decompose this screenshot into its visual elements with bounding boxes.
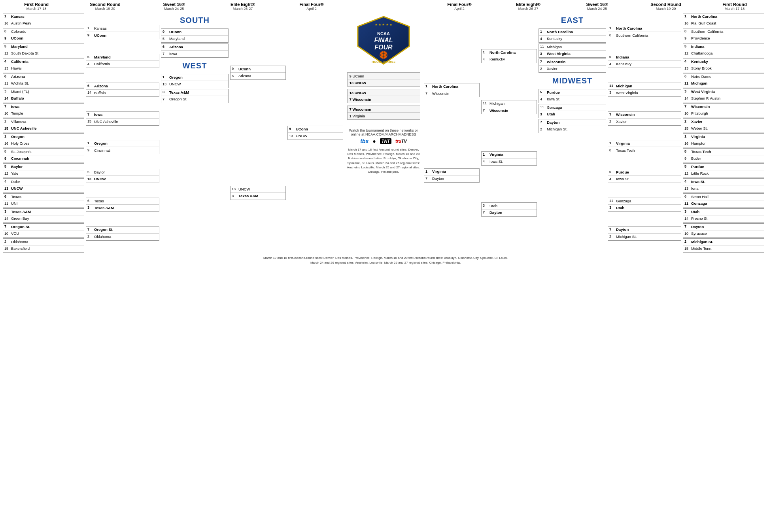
t-mr1-5-1: 6Seton Hall — [683, 194, 764, 200]
south-r1-m7: 7Iowa 10Temple — [3, 103, 84, 117]
t-er3-1-2: 4Kentucky — [539, 36, 606, 42]
round-header-r1-right: First Round March 17-18 — [700, 2, 769, 11]
t-wr2-2-1: 5Baylor — [86, 169, 159, 176]
west-r1-m4: 4Duke 13UNCW — [3, 178, 84, 192]
east-r1-m1: 1North Carolina 16Fla. Gulf Coast — [683, 13, 764, 27]
team-s-r1-5-2: 11Wichita St. — [3, 80, 84, 87]
t-sr3-2-1: 6Arizona — [161, 44, 228, 51]
midwest-region-label: MIDWEST — [538, 73, 607, 89]
east-r1-m6: 3West Virginia 14Stephen F. Austin — [683, 88, 764, 102]
t-sr2-2-1: 5Maryland — [86, 54, 159, 61]
bracket-container: First Round March 17-18 Second Round Mar… — [0, 0, 771, 267]
west-r2-m1: 1Oregon 9Cincinnati — [86, 140, 159, 154]
r4-right-date: March 26-27 — [494, 7, 563, 11]
t-mr3-1-1: 5Purdue — [539, 89, 606, 96]
t-er4-2-2: 7Wisconsin — [482, 107, 537, 114]
t-er1-2-1: 8Southern California — [683, 28, 764, 35]
t-er2-2-1: 5Indiana — [608, 54, 681, 61]
east-r2-m1: 1North Carolina 8Southern California — [608, 25, 681, 39]
t-mr1-1-1: 1Virginia — [683, 134, 764, 140]
r2-left-name: Second Round — [71, 2, 140, 7]
midwest-r1-m5: 6Seton Hall 11Gonzaga — [683, 193, 764, 208]
west-r1-m3: 5Baylor 12Yale — [3, 163, 84, 177]
midwest-r1-m4: 4Iowa St. 13Iona — [683, 178, 764, 192]
r3-left-date: March 24-25 — [140, 7, 208, 11]
t-er3-3-2: 2Xavier — [539, 66, 606, 72]
t-mr2-2-2: 4Iowa St. — [608, 176, 681, 183]
t-er1-7-2: 10Pittsburgh — [683, 110, 764, 117]
t-er1-1-2: 16Fla. Gulf Coast — [683, 20, 764, 27]
team-s-r1-6-1: 3Miami (FL) — [3, 89, 84, 95]
east-region-label: EAST — [538, 13, 607, 28]
t-mr1-4-2: 13Iona — [683, 185, 764, 192]
t-wr2-3-1: 6Texas — [86, 198, 159, 205]
t-sr2-1-1: 1Kansas — [86, 25, 159, 32]
bottom-footnote: March 17 and 18 first-/second-round site… — [2, 256, 769, 265]
east-r3-m3: 7Wisconsin 2Xavier — [539, 58, 606, 73]
col-ff-right: 1North Carolina 7Wisconsin 1Virginia 7Da… — [423, 12, 480, 253]
round-header-ff-right: Final Four® April 2 — [425, 2, 494, 11]
t-er1-7-1: 7Wisconsin — [683, 104, 764, 110]
team-w-r1-6-2: 14Green Bay — [3, 215, 84, 222]
t-sr2-2-2: 4California — [86, 61, 159, 68]
round-header-r1-left: First Round March 17-18 — [2, 2, 71, 11]
t-mr1-6-2: 14Fresno St. — [683, 215, 764, 222]
team-w-r1-1-1: 1Oregon — [3, 134, 84, 140]
col-r3-right: EAST 1North Carolina 4Kentucky 11Michiga… — [538, 12, 607, 253]
t-mr2-1-1: 1Virginia — [608, 140, 681, 147]
team-w-r1-8-1: 2Oklahoma — [3, 239, 84, 245]
t-mr2-4-1: 7Dayton — [608, 227, 681, 234]
r1-left-date: March 17-18 — [2, 7, 71, 11]
t-wr2-2-2: 13UNCW — [86, 176, 159, 183]
t-er1-1-1: 1North Carolina — [683, 13, 764, 20]
west-r3-m2: 3Texas A&M 7Oregon St. — [161, 89, 229, 103]
round-header-r4-left: Elite Eight® March 26-27 — [208, 2, 277, 11]
t-er1-3-2: 12Chattanooga — [683, 50, 764, 57]
t-mr4-1-2: 4Iowa St. — [482, 158, 537, 165]
r2-left-date: March 19-20 — [71, 7, 140, 11]
team-s-r1-6-2: 14Buffalo — [3, 95, 84, 102]
t-er2-3-1: 11Michigan — [608, 83, 681, 90]
ff-right-date: April 2 — [425, 7, 494, 11]
team-w-r1-5-1: 6Texas — [3, 194, 84, 200]
t-sr3-2-2: 7Iowa — [161, 51, 228, 57]
t-sr2-4-1: 7Iowa — [86, 112, 159, 119]
team-s-r1-2-2: 9UConn — [3, 35, 84, 42]
south-r1-m8: 2Villanova 15UNC Asheville — [3, 118, 84, 132]
r4-left-date: March 26-27 — [208, 7, 277, 11]
t-mr3-3-2: 2Michigan St. — [539, 126, 606, 133]
south-r2-m4: 7Iowa 15UNC Asheville — [86, 111, 159, 126]
t-wr2-1-2: 9Cincinnati — [86, 147, 159, 154]
t-mr1-2-2: 9Butler — [683, 155, 764, 162]
south-r1-m6: 3Miami (FL) 14Buffalo — [3, 88, 84, 102]
t-wr2-4-2: 2Oklahoma — [86, 234, 159, 240]
t-er4-1-1: 1North Carolina — [482, 49, 537, 56]
col-r4-left: 9UConn 6Arizona 13UNCW 3Texas A&M — [229, 12, 287, 253]
t-sr2-3-1: 6Arizona — [86, 83, 159, 90]
t-wr2-4-1: 7Oregon St. — [86, 227, 159, 234]
t-ff-r-4: 7Dayton — [424, 175, 479, 182]
midwest-r1-m8: 2Michigan St. 15Middle Tenn. — [683, 238, 764, 253]
west-r3-m1: 1Oregon 13UNCW — [161, 74, 229, 88]
team-w-r1-6-1: 3Texas A&M — [3, 209, 84, 215]
midwest-r3-m3: 7Dayton 2Michigan St. — [539, 119, 606, 133]
r3-right-date: March 24-25 — [563, 7, 631, 11]
t-mr4-2-2: 7Dayton — [482, 209, 537, 216]
t-mr2-3-1: 11Gonzaga — [608, 198, 681, 205]
t-er2-1-2: 8Southern California — [608, 32, 681, 39]
south-r2-m3: 6Arizona 14Buffalo — [86, 83, 159, 97]
t-mr2-2-1: 5Purdue — [608, 169, 681, 176]
ff-c1-team2: 13 UNCW — [348, 79, 420, 86]
networks-section: Watch the tournament on these networks o… — [345, 126, 422, 144]
t-mr1-3-2: 12Little Rock — [683, 170, 764, 177]
r3-right-name: Sweet 16® — [563, 2, 631, 7]
east-r1-m2: 8Southern California 9Providence — [683, 28, 764, 42]
r1-left-name: First Round — [2, 2, 71, 7]
team-s-r1-1-1: 1Kansas — [3, 13, 84, 20]
east-r1-m7: 7Wisconsin 10Pittsburgh — [683, 103, 764, 117]
midwest-r1-m1: 1Virginia 16Hampton — [683, 133, 764, 147]
t-wr2-3-2: 3Texas A&M — [86, 205, 159, 211]
ff-c3-team2: 1 Virginia — [348, 113, 420, 119]
t-mr4-2-1: 3Utah — [482, 203, 537, 209]
t-mr1-8-1: 2Michigan St. — [683, 239, 764, 245]
